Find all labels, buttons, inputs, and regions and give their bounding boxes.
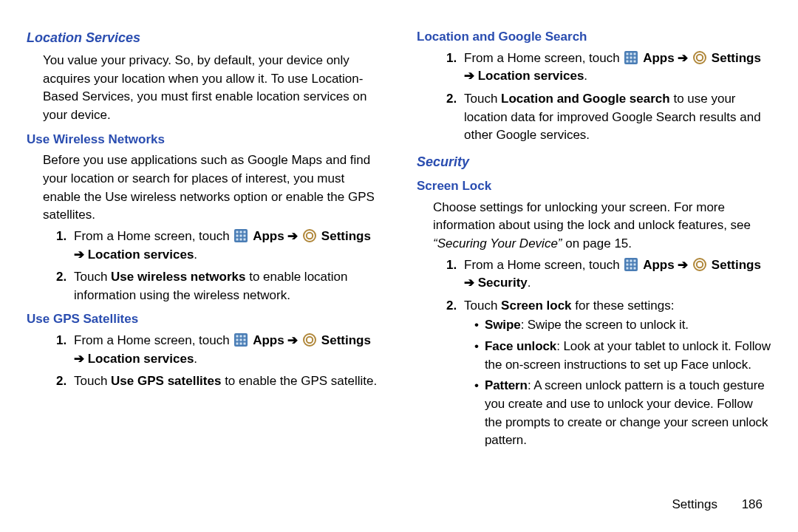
step-text: Touch [464,299,501,313]
list-item: 1. From a Home screen, touch Apps ➔ Sett… [56,228,381,264]
arrow-icon: ➔ [678,51,688,65]
list-item: 1. From a Home screen, touch Apps ➔ Sett… [446,256,771,293]
step-text: From a Home screen, touch [74,333,233,347]
apps-label: Apps [643,258,675,272]
list-item: 2. Touch Use wireless networks to enable… [56,268,381,304]
settings-icon [303,333,316,347]
right-column: Location and Google Search 1. From a Hom… [417,28,771,454]
page-footer: Settings 186 [672,496,763,514]
list-item: Swipe: Swipe the screen to unlock it. [474,316,771,335]
list-item: Face unlock: Look at your tablet to unlo… [474,338,771,374]
security-label: Security [478,276,528,290]
use-gps-satellites-heading: Use GPS Satellites [27,310,381,329]
step-number: 2. [56,268,66,287]
step-text: Touch [74,374,111,388]
location-google-search-steps: 1. From a Home screen, touch Apps ➔ Sett… [446,50,771,145]
list-item: 2. Touch Location and Google search to u… [446,90,771,145]
apps-icon [624,258,638,271]
arrow-icon: ➔ [287,333,298,347]
list-item: 1. From a Home screen, touch Apps ➔ Sett… [446,50,771,86]
arrow-icon: ➔ [678,258,688,272]
screen-lock-steps: 1. From a Home screen, touch Apps ➔ Sett… [446,256,771,450]
settings-icon [303,229,316,242]
arrow-icon: ➔ [74,248,84,262]
arrow-icon: ➔ [464,276,474,290]
list-item: 1. From a Home screen, touch Apps ➔ Sett… [56,332,381,368]
settings-icon [693,51,706,64]
list-item: 2. Touch Use GPS satellites to enable th… [56,372,381,391]
list-item: Pattern: A screen unlock pattern is a to… [474,377,771,450]
settings-label: Settings [712,51,761,65]
step-text: From a Home screen, touch [464,51,623,65]
step-number: 1. [56,228,66,246]
apps-icon [234,229,248,242]
step-number: 2. [446,90,457,109]
location-services-label: Location services [478,69,584,83]
screen-lock-intro: Choose settings for unlocking your scree… [433,199,771,253]
apps-icon [624,51,638,64]
arrow-icon: ➔ [464,69,474,83]
step-text: From a Home screen, touch [464,258,623,272]
step-number: 1. [56,332,66,350]
step-number: 1. [446,256,457,275]
step-text: Touch [464,92,501,106]
step-number: 2. [446,297,457,316]
location-google-search-heading: Location and Google Search [417,28,771,47]
settings-label: Settings [321,229,371,243]
use-wireless-networks-steps: 1. From a Home screen, touch Apps ➔ Sett… [56,228,381,305]
list-item: 2. Touch Screen lock for these settings:… [446,297,771,450]
location-services-label: Location services [88,352,194,366]
apps-icon [234,333,248,347]
arrow-icon: ➔ [287,229,298,243]
step-text: From a Home screen, touch [74,229,233,243]
location-services-intro: You value your privacy. So, by default, … [43,52,381,125]
page-number: 186 [742,497,763,511]
settings-icon [693,258,706,271]
step-number: 1. [446,50,457,68]
apps-label: Apps [643,51,675,65]
footer-section-label: Settings [672,497,717,511]
settings-label: Settings [712,258,761,272]
apps-label: Apps [253,229,284,243]
security-heading: Security [417,152,771,171]
step-number: 2. [56,372,66,391]
settings-label: Settings [321,333,371,347]
step-text: Touch [74,270,111,284]
use-wireless-networks-intro: Before you use applications such as Goog… [43,151,381,225]
screen-lock-options: Swipe: Swipe the screen to unlock it. Fa… [474,316,771,449]
use-gps-satellites-steps: 1. From a Home screen, touch Apps ➔ Sett… [56,332,381,391]
location-services-heading: Location Services [27,28,381,47]
location-services-label: Location services [88,248,194,262]
arrow-icon: ➔ [74,352,84,366]
use-wireless-networks-heading: Use Wireless Networks [27,131,381,149]
left-column: Location Services You value your privacy… [27,28,381,454]
apps-label: Apps [253,333,284,347]
screen-lock-heading: Screen Lock [417,177,771,196]
